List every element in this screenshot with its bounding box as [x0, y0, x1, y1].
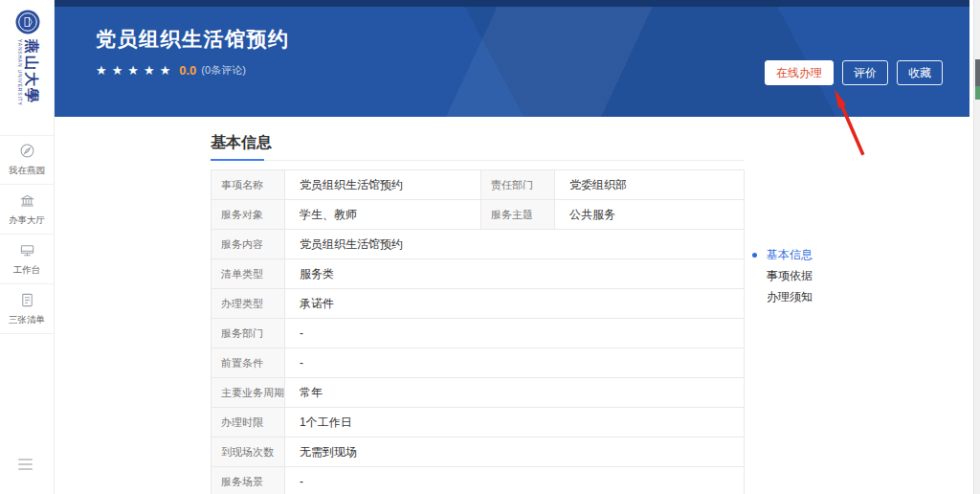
anchor-nav-label: 事项依据 — [767, 269, 813, 282]
university-logo: 燕山大學 YANSHAN UNIVERSITY — [0, 8, 55, 126]
field-label: 服务对象 — [212, 200, 285, 229]
sidebar-item-label: 工作台 — [13, 263, 41, 276]
field-label: 事项名称 — [212, 170, 285, 199]
sidebar-item-label: 办事大厅 — [9, 213, 45, 226]
rating-row: ★★★★★ 0.0 (0条评论) — [96, 63, 246, 78]
basic-info-table: 事项名称党员组织生活馆预约责任部门党委组织部服务对象学生、教师服务主题公共服务服… — [211, 169, 745, 494]
field-value: 承诺件 — [285, 289, 744, 318]
star-icon: ★ — [144, 63, 160, 78]
star-icon: ★ — [160, 63, 176, 78]
table-row: 服务内容党员组织生活馆预约 — [212, 230, 744, 259]
star-rating-icons: ★★★★★ — [96, 64, 175, 77]
sidebar-item-1[interactable]: 我在燕园 — [0, 135, 54, 185]
section-divider — [211, 160, 745, 161]
field-value: - — [285, 467, 744, 494]
field-label: 办理时限 — [212, 408, 285, 437]
anchor-nav-label: 办理须知 — [767, 290, 813, 303]
table-row: 办理类型承诺件 — [212, 289, 744, 319]
table-row: 事项名称党员组织生活馆预约责任部门党委组织部 — [212, 170, 744, 200]
field-value: 党委组织部 — [555, 170, 744, 199]
anchor-nav-label: 基本信息 — [767, 248, 813, 261]
star-icon: ★ — [112, 63, 128, 78]
anchor-nav-item[interactable]: 基本信息 — [752, 249, 813, 260]
table-row: 服务部门- — [212, 319, 744, 348]
scrollbar-thumb[interactable] — [975, 59, 980, 86]
field-label: 服务部门 — [212, 319, 285, 348]
field-value: 学生、教师 — [285, 200, 481, 229]
page: 燕山大學 YANSHAN UNIVERSITY 我在燕园办事大厅工作台三张清单 … — [0, 0, 980, 494]
rating-score: 0.0 — [179, 63, 196, 78]
sidebar-item-3[interactable]: 工作台 — [0, 235, 54, 284]
scrollbar[interactable] — [973, 0, 980, 494]
field-value: 1个工作日 — [285, 408, 744, 437]
page-title: 党员组织生活馆预约 — [96, 26, 290, 53]
field-value: 服务类 — [285, 259, 744, 288]
table-row: 到现场次数无需到现场 — [212, 438, 744, 467]
red-pointer-arrow — [821, 82, 871, 161]
university-name-cn: 燕山大學 — [24, 39, 38, 106]
sidebar-item-2[interactable]: 办事大厅 — [0, 185, 54, 235]
sidebar-item-label: 三张清单 — [9, 313, 45, 326]
hamburger-menu-icon[interactable] — [18, 459, 33, 473]
scrollbar-marker — [975, 86, 980, 100]
table-row: 办理时限1个工作日 — [212, 408, 744, 438]
anchor-nav-item[interactable]: 事项依据 — [752, 270, 813, 281]
field-value: 无需到现场 — [285, 438, 744, 466]
field-label: 办理类型 — [212, 289, 285, 318]
favorite-button[interactable]: 收藏 — [897, 60, 943, 85]
table-row: 前置条件- — [212, 348, 744, 378]
table-row: 服务场景- — [212, 467, 744, 494]
field-value: - — [285, 319, 744, 348]
section-title: 基本信息 — [211, 133, 272, 153]
field-value: 公共服务 — [555, 200, 744, 229]
field-value: 党员组织生活馆预约 — [285, 230, 744, 258]
table-row: 服务对象学生、教师服务主题公共服务 — [212, 200, 744, 230]
star-icon: ★ — [127, 63, 144, 78]
active-dot-icon — [752, 253, 757, 258]
table-row: 主要业务周期常年 — [212, 378, 744, 408]
workbench-icon — [19, 242, 35, 258]
university-name-en: YANSHAN UNIVERSITY — [17, 39, 22, 106]
anchor-nav: 基本信息事项依据办理须知 — [752, 249, 813, 312]
field-label: 责任部门 — [481, 170, 555, 199]
sidebar: 燕山大學 YANSHAN UNIVERSITY 我在燕园办事大厅工作台三张清单 — [0, 0, 55, 494]
field-label: 服务内容 — [212, 230, 285, 258]
field-label: 前置条件 — [212, 348, 285, 377]
field-value: 党员组织生活馆预约 — [285, 170, 481, 199]
field-label: 主要业务周期 — [212, 378, 285, 407]
compass-icon — [19, 143, 35, 159]
table-row: 清单类型服务类 — [212, 259, 744, 289]
list-icon — [19, 292, 35, 308]
field-value: - — [285, 348, 744, 377]
field-label: 服务场景 — [212, 467, 285, 494]
banner-top-strip — [55, 0, 969, 7]
field-label: 清单类型 — [212, 259, 285, 288]
anchor-nav-item[interactable]: 办理须知 — [752, 291, 813, 303]
sidebar-item-4[interactable]: 三张清单 — [0, 284, 54, 334]
hall-icon — [19, 192, 35, 209]
sidebar-menu: 我在燕园办事大厅工作台三张清单 — [0, 135, 54, 334]
field-label: 服务主题 — [481, 200, 555, 229]
field-label: 到现场次数 — [212, 438, 285, 466]
field-value: 常年 — [285, 378, 744, 407]
university-seal-icon — [15, 10, 40, 34]
star-icon: ★ — [96, 63, 112, 78]
rating-review-count: (0条评论) — [201, 63, 245, 78]
sidebar-item-label: 我在燕园 — [9, 164, 45, 176]
